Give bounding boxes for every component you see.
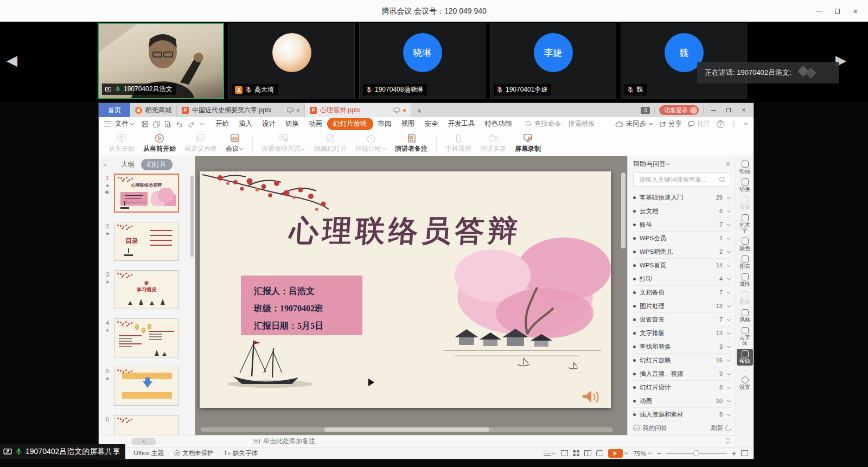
print-preview-icon[interactable] — [164, 120, 171, 128]
menu-item[interactable]: 动画 — [304, 118, 327, 130]
slide-thumb-2[interactable]: 2 ★ 目录 — [101, 222, 189, 261]
slide-hscrollbar[interactable] — [201, 427, 613, 432]
ribbon-meeting[interactable]: 会议 — [221, 132, 248, 156]
slide-sorter-icon[interactable] — [573, 450, 579, 456]
zoom-slider[interactable] — [666, 450, 727, 457]
help-topic-row[interactable]: 账号 7 — [633, 218, 731, 232]
command-search[interactable]: 查找命令、搜索模板 — [526, 119, 596, 129]
rail-item[interactable]: 形状 — [737, 195, 753, 212]
wps-minimize-button[interactable] — [708, 110, 719, 111]
ribbon-screen-record[interactable]: 屏幕录制 — [510, 132, 545, 156]
participant-tile[interactable]: 晓琳 19070408蒲晓琳 — [359, 23, 486, 99]
present-mode-icon[interactable] — [287, 107, 293, 113]
refresh-button[interactable]: 刷新 — [711, 424, 731, 432]
collapse-panel-icon[interactable]: « — [103, 161, 105, 168]
help-topic-row[interactable]: 幻灯片放映 16 — [633, 354, 731, 367]
present-mode-icon[interactable] — [393, 107, 400, 113]
rail-item[interactable]: 颜色 — [737, 236, 753, 253]
rail-more-icon[interactable]: ⋯ — [742, 367, 748, 373]
participant-tile-speaker[interactable]: 19070402吕浩文 — [98, 23, 224, 99]
rail-item[interactable]: 切换 — [737, 177, 753, 194]
zoom-value[interactable]: 75% — [634, 450, 646, 457]
sync-status[interactable]: 未同步 — [615, 119, 654, 129]
normal-view-icon[interactable] — [561, 450, 568, 456]
ribbon-play-from-current[interactable]: 从当前开始 — [139, 132, 180, 156]
help-topic-row[interactable]: 文字排版 13 — [633, 327, 731, 340]
help-topic-row[interactable]: 查找和替换 3 — [633, 340, 731, 354]
rail-item[interactable]: 图标 — [737, 290, 753, 306]
notes-view-icon[interactable] — [544, 451, 551, 456]
slide-thumb-6[interactable]: 6 — [101, 415, 189, 435]
fit-slide-icon[interactable] — [741, 450, 748, 456]
rail-item[interactable]: 动画 — [737, 159, 753, 176]
slide-thumb-4[interactable]: 4 ★ — [101, 318, 189, 357]
rail-item-settings[interactable]: 设置 — [737, 375, 753, 392]
more-menu-icon[interactable]: ⋮ — [730, 120, 737, 128]
help-topic-row[interactable]: 幻灯片设计 8 — [633, 381, 731, 394]
office-theme-label[interactable]: Office 主题 — [133, 449, 164, 457]
zoom-out-button[interactable]: − — [657, 451, 661, 456]
help-topic-row[interactable]: 图片处理 13 — [633, 299, 731, 313]
slide-thumb-1[interactable]: 1 ★ 心理联络员答辩 — [101, 174, 189, 213]
notes-bar[interactable]: + 单击此处添加备注 — [99, 435, 736, 447]
wps-close-button[interactable]: × — [738, 106, 749, 114]
tab-home[interactable]: 首页 — [99, 103, 130, 117]
collapse-ribbon-icon[interactable] — [744, 123, 748, 126]
tab-outline[interactable]: 大纲 — [122, 160, 135, 169]
tab-slides[interactable]: 幻灯片 — [141, 159, 173, 170]
zoom-slider-knob[interactable] — [693, 450, 699, 456]
redo-icon[interactable] — [187, 120, 195, 128]
next-slide-icon[interactable] — [726, 440, 730, 444]
ribbon-phone-remote[interactable]: 手机遥控 — [441, 132, 476, 156]
file-menu[interactable]: 文件 — [115, 119, 129, 129]
rail-item[interactable]: 风格 — [737, 308, 753, 324]
new-tab-button[interactable]: + — [411, 103, 427, 117]
output-icon[interactable] — [152, 120, 160, 128]
menu-item[interactable]: 插入 — [234, 118, 257, 130]
menu-item[interactable]: 设计 — [257, 118, 280, 130]
save-icon[interactable] — [141, 120, 149, 128]
ribbon-rehearse-timing[interactable]: 排练计时 — [351, 132, 391, 156]
help-search-input[interactable] — [638, 176, 719, 183]
help-search-box[interactable] — [633, 172, 730, 187]
help-topic-row[interactable]: 插入资源和素材 8 — [633, 408, 731, 421]
doc-protection-status[interactable]: 文档未保护 — [174, 449, 214, 457]
rail-item[interactable]: 云字体 — [737, 325, 753, 348]
menu-item[interactable]: 开发工具 — [443, 118, 480, 130]
help-icon[interactable]: ? — [717, 120, 724, 128]
help-topic-row[interactable]: 打印 4 — [633, 272, 731, 286]
zoom-in-button[interactable]: + — [732, 451, 736, 456]
rail-item[interactable]: 艺术字 — [737, 213, 753, 235]
my-qa-label[interactable]: 我的问答 — [642, 424, 667, 432]
tab-store[interactable]: 稻壳商城 — [130, 103, 177, 117]
notes-placeholder[interactable]: 单击此处添加备注 — [263, 437, 315, 446]
help-close-icon[interactable]: × — [726, 159, 730, 168]
help-topic-row[interactable]: 文档备份 7 — [633, 286, 731, 299]
menu-item[interactable]: 开始 — [210, 118, 234, 130]
help-topic-row[interactable]: 设置背景 7 — [633, 313, 731, 327]
rail-item[interactable]: 帮助 — [737, 349, 753, 366]
menu-item[interactable]: 审阅 — [373, 118, 397, 130]
help-topic-row[interactable]: 插入音频、视频 9 — [633, 367, 731, 381]
panel-scrollbar[interactable] — [190, 176, 194, 257]
participant-tile[interactable]: 李婕 19070401李婕 — [490, 23, 616, 99]
slide-canvas[interactable]: 心理联络员答辩 汇报人：吕浩文 班级：19070402班 汇报日期：5月5日 — [200, 171, 611, 408]
quick-access-caret-icon[interactable] — [200, 121, 203, 125]
share-button[interactable]: 分享 — [659, 119, 682, 129]
menu-item[interactable]: 切换 — [280, 118, 304, 130]
help-topic-row[interactable]: WPS稻壳儿 2 — [633, 245, 731, 259]
help-title-caret-icon[interactable] — [666, 161, 670, 165]
menu-item[interactable]: 特色功能 — [480, 118, 517, 130]
tab-document-1[interactable]: P 中国近代史纲要第六章.pptx — [177, 103, 305, 117]
participant-tile[interactable]: 魏 魏 — [621, 23, 747, 99]
reading-view-icon[interactable] — [584, 450, 591, 456]
menu-item[interactable]: 视图 — [397, 118, 420, 130]
guest-login-button[interactable]: 访客登录 — [659, 105, 699, 115]
tab-count-badge[interactable]: 3 — [641, 107, 650, 114]
help-topic-row[interactable]: 动画 10 — [633, 394, 731, 408]
ribbon-custom-show[interactable]: 自定义放映 — [180, 132, 221, 156]
rail-item[interactable]: 属性 — [737, 272, 753, 289]
help-topic-row[interactable]: WPS会员 1 — [633, 232, 731, 245]
slide-thumb-5[interactable]: 5 ★ — [101, 367, 189, 406]
ribbon-hide-slide[interactable]: 隐藏幻灯片 — [310, 132, 351, 156]
